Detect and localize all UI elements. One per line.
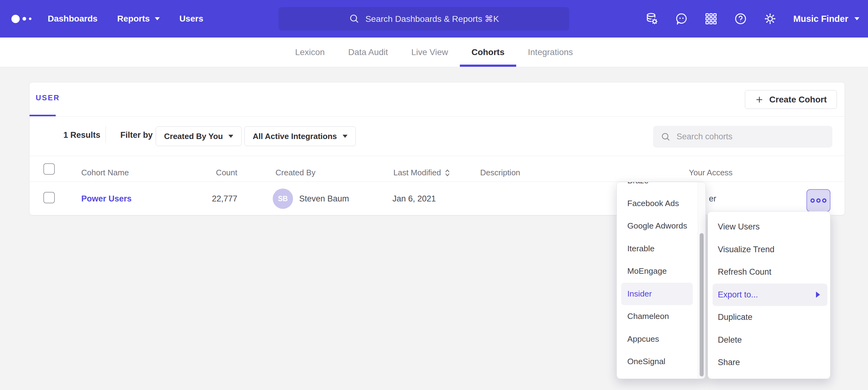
search-icon [660, 132, 671, 142]
tab-live-view[interactable]: Live View [400, 37, 460, 67]
created-by-name: Steven Baum [299, 194, 349, 204]
menu-item-appcues[interactable]: Appcues [617, 328, 706, 351]
chevron-down-icon [228, 135, 233, 138]
col-header-your-access: Your Access [689, 168, 733, 177]
row-actions-menu: View Users Visualize Trend Refresh Count… [708, 211, 831, 379]
section-tabs: Lexicon Data Audit Live View Cohorts Int… [0, 37, 868, 67]
tab-data-audit[interactable]: Data Audit [336, 37, 400, 67]
submenu-arrow-icon [816, 292, 820, 298]
filter-integrations-dropdown[interactable]: All Active Integrations [244, 126, 356, 146]
nav-right-cluster: Music Finder [646, 0, 859, 37]
cohort-search-placeholder: Search cohorts [677, 132, 733, 141]
ellipsis-icon [810, 198, 815, 203]
menu-item-duplicate[interactable]: Duplicate [708, 306, 830, 329]
menu-item-iterable[interactable]: Iterable [617, 237, 706, 260]
global-search-input[interactable]: Search Dashboards & Reports ⌘K [279, 7, 569, 30]
menu-item-google-adwords[interactable]: Google Adwords [617, 215, 706, 237]
cohorts-card: USER Create Cohort 1 Results Filter by C… [29, 82, 845, 215]
cohort-name-link[interactable]: Power Users [81, 194, 132, 204]
nav-item-reports[interactable]: Reports [117, 14, 160, 24]
col-header-created-by: Created By [276, 168, 315, 177]
global-search-placeholder: Search Dashboards & Reports ⌘K [365, 14, 499, 24]
menu-item-facebook-ads[interactable]: Facebook Ads [617, 192, 706, 215]
search-icon [349, 13, 360, 24]
menu-item-view-users[interactable]: View Users [708, 216, 830, 238]
feedback-chat-icon[interactable] [675, 12, 688, 25]
col-header-cohort-name: Cohort Name [81, 168, 129, 177]
filter-created-by-dropdown[interactable]: Created By You [156, 126, 242, 146]
menu-item-share[interactable]: Share [708, 351, 830, 374]
avatar: SB [273, 189, 293, 209]
nav-links: Dashboards Reports Users [48, 0, 203, 37]
app-root: Dashboards Reports Users Search Dashboar… [0, 0, 868, 390]
sort-icon [445, 169, 450, 177]
chevron-down-icon [343, 135, 347, 138]
data-management-icon[interactable] [646, 12, 658, 25]
menu-item-braze[interactable]: Braze [617, 182, 706, 192]
col-header-description: Description [480, 168, 520, 177]
chevron-down-icon [155, 17, 160, 20]
cohort-search-input[interactable]: Search cohorts [653, 126, 832, 148]
settings-gear-icon[interactable] [764, 12, 777, 25]
export-targets-menu: Braze Facebook Ads Google Adwords Iterab… [617, 182, 706, 379]
menu-item-delete[interactable]: Delete [708, 329, 830, 352]
menu-item-moengage[interactable]: MoEngage [617, 260, 706, 283]
menu-item-insider[interactable]: Insider [621, 283, 693, 305]
col-header-count: Count [183, 168, 237, 177]
menu-item-visualize-trend[interactable]: Visualize Trend [708, 238, 830, 261]
cohort-count: 22,777 [177, 194, 237, 204]
your-access-value-clipped: er [709, 194, 716, 204]
apps-grid-icon[interactable] [705, 12, 717, 25]
nav-item-dashboards[interactable]: Dashboards [48, 14, 98, 24]
menu-item-refresh-count[interactable]: Refresh Count [708, 261, 830, 284]
select-all-checkbox[interactable] [43, 163, 55, 175]
menu-item-chameleon[interactable]: Chameleon [617, 305, 706, 328]
workspace-switcher[interactable]: Music Finder [793, 14, 859, 24]
create-cohort-button[interactable]: Create Cohort [745, 90, 837, 109]
tab-lexicon[interactable]: Lexicon [283, 37, 337, 67]
divider [105, 126, 106, 142]
help-icon[interactable] [734, 12, 747, 25]
menu-item-onesignal[interactable]: OneSignal [617, 350, 706, 373]
col-header-last-modified[interactable]: Last Modified [393, 168, 450, 177]
row-checkbox[interactable] [43, 192, 55, 203]
mixpanel-logo-icon[interactable] [11, 0, 31, 37]
workspace-name: Music Finder [793, 14, 848, 24]
scrollbar-thumb[interactable] [700, 233, 704, 377]
row-actions-button[interactable] [806, 189, 831, 212]
results-count: 1 Results [63, 130, 100, 140]
last-modified-date: Jan 6, 2021 [393, 194, 436, 204]
plus-icon [755, 95, 764, 104]
tab-cohorts[interactable]: Cohorts [460, 37, 516, 67]
cohort-type-tab-user[interactable]: USER [36, 94, 60, 102]
tab-integrations[interactable]: Integrations [516, 37, 585, 67]
menu-item-export-to[interactable]: Export to... [713, 284, 827, 306]
filter-by-label: Filter by [120, 130, 153, 140]
nav-item-users[interactable]: Users [180, 14, 204, 24]
top-nav: Dashboards Reports Users Search Dashboar… [0, 0, 868, 37]
chevron-down-icon [855, 17, 859, 20]
